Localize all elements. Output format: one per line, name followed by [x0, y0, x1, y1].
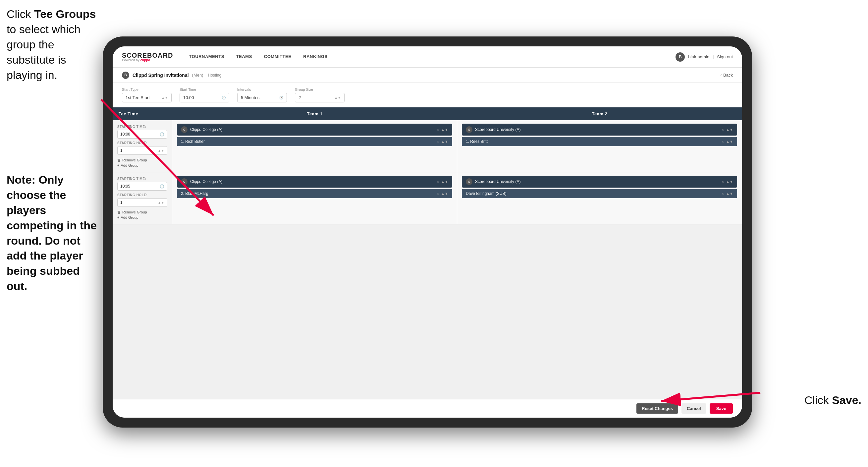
starting-hole-label-1: STARTING HOLE:: [117, 141, 167, 145]
add-icon-2: +: [117, 215, 119, 220]
tee-group-row-2: STARTING TIME: 10:05 🕐 STARTING HOLE: 1 …: [113, 172, 742, 224]
player2-entry-2[interactable]: Dave Billingham (SUB) × ▲▼: [462, 189, 737, 198]
team1-name-2: Clippd College (A): [190, 179, 434, 184]
intervals-input[interactable]: 5 Minutes 🕐: [237, 93, 287, 103]
nav-rankings[interactable]: RANKINGS: [297, 47, 333, 68]
sub-header-left: B Clippd Spring Invitational (Men) Hosti…: [122, 71, 720, 79]
tee-time-col-1: STARTING TIME: 10:00 🕐 STARTING HOLE: 1 …: [113, 120, 172, 172]
nav-committee[interactable]: COMMITTEE: [258, 47, 298, 68]
team1-icon-1: C: [181, 126, 187, 133]
reset-changes-button[interactable]: Reset Changes: [637, 403, 678, 414]
intervals-clock-icon: 🕐: [279, 96, 283, 99]
team2-actions-1: × ▲▼: [722, 127, 733, 132]
header-team2: Team 2: [457, 107, 742, 120]
starting-hole-input-1[interactable]: 1 ▲▼: [117, 146, 167, 155]
sub-badge: B: [122, 71, 129, 79]
tablet-screen: SCOREBOARD Powered by clippd TOURNAMENTS…: [113, 47, 742, 418]
player2-arrow-icon[interactable]: ▲▼: [726, 140, 733, 144]
player1-actions-2: × ▲▼: [437, 192, 448, 196]
team2-cell-2: S Scoreboard University (A) × ▲▼ Dave Bi…: [457, 172, 742, 224]
instruction-tee-groups-bold: Tee Groups: [34, 8, 96, 20]
nav-teams[interactable]: TEAMS: [230, 47, 258, 68]
nav-user: B blair admin | Sign out: [676, 52, 733, 62]
player2-close-icon-2[interactable]: ×: [722, 192, 724, 196]
team2-actions-2: × ▲▼: [722, 180, 733, 184]
avatar: B: [676, 52, 685, 62]
instruction-top: Click Tee Groups to select which group t…: [7, 7, 103, 83]
click-save-label: Click Save.: [804, 394, 861, 407]
header-team1: Team 1: [172, 107, 457, 120]
footer-bar: Reset Changes Cancel Save: [113, 399, 742, 418]
intervals-label: Intervals: [237, 88, 287, 91]
starting-time-input-2[interactable]: 10:05 🕐: [117, 182, 167, 191]
remove-group-btn-2[interactable]: 🗑 Remove Group: [117, 210, 167, 214]
tee-actions-1: 🗑 Remove Group + Add Group: [117, 158, 167, 167]
team2-icon-1: S: [466, 126, 472, 133]
cancel-button[interactable]: Cancel: [681, 403, 706, 414]
start-time-input[interactable]: 10:00 🕐: [180, 93, 229, 103]
team1-icon-2: C: [181, 178, 187, 185]
player2-actions-2: × ▲▼: [722, 192, 733, 196]
team1-arrow-icon-1[interactable]: ▲▼: [441, 127, 448, 132]
remove-group-btn-1[interactable]: 🗑 Remove Group: [117, 158, 167, 162]
start-time-field: Start Time 10:00 🕐: [180, 88, 229, 103]
starting-time-label-1: STARTING TIME:: [117, 125, 167, 128]
back-chevron: ‹: [720, 72, 722, 78]
team2-entry-2[interactable]: S Scoreboard University (A) × ▲▼: [462, 176, 737, 187]
time-icon-2: 🕐: [160, 184, 164, 188]
team2-close-icon-2[interactable]: ×: [722, 180, 724, 184]
tee-table-header: Tee Time Team 1 Team 2: [113, 107, 742, 120]
player1-entry-1[interactable]: 1. Rich Butler × ▲▼: [177, 137, 452, 146]
remove-icon-2: 🗑: [117, 210, 121, 214]
team1-entry-1[interactable]: C Clippd College (A) × ▲▼: [177, 124, 452, 136]
player1-arrow-icon[interactable]: ▲▼: [441, 140, 448, 144]
player2-close-icon[interactable]: ×: [722, 140, 724, 144]
add-group-btn-1[interactable]: + Add Group: [117, 164, 167, 167]
player1-close-icon-2[interactable]: ×: [437, 192, 439, 196]
player1-entry-2[interactable]: 2. Blair McHarg × ▲▼: [177, 189, 452, 198]
start-type-field: Start Type 1st Tee Start ▲▼: [122, 88, 172, 103]
nav-tournaments[interactable]: TOURNAMENTS: [183, 47, 230, 68]
tournament-name: Clippd Spring Invitational: [132, 72, 189, 78]
settings-bar: Start Type 1st Tee Start ▲▼ Start Time 1…: [113, 83, 742, 107]
group-size-input[interactable]: 2 ▲▼: [295, 93, 345, 103]
team2-arrow-icon-2[interactable]: ▲▼: [726, 180, 733, 184]
tablet-shell: SCOREBOARD Powered by clippd TOURNAMENTS…: [103, 36, 752, 428]
start-time-clock-icon: 🕐: [222, 96, 226, 99]
add-icon-1: +: [117, 164, 119, 167]
start-type-arrow-icon: ▲▼: [161, 96, 168, 99]
tee-actions-2: 🗑 Remove Group + Add Group: [117, 210, 167, 220]
team2-name-1: Scoreboard University (A): [475, 127, 719, 132]
group-size-field: Group Size 2 ▲▼: [295, 88, 345, 103]
team1-close-icon-1[interactable]: ×: [437, 127, 439, 132]
team2-arrow-icon-1[interactable]: ▲▼: [726, 127, 733, 132]
start-type-input[interactable]: 1st Tee Start ▲▼: [122, 93, 172, 103]
back-button[interactable]: ‹ Back: [720, 72, 733, 78]
team1-close-icon-2[interactable]: ×: [437, 180, 439, 184]
starting-hole-input-2[interactable]: 1 ▲▼: [117, 198, 167, 207]
tee-time-col-2: STARTING TIME: 10:05 🕐 STARTING HOLE: 1 …: [113, 172, 172, 224]
group-size-arrow-icon: ▲▼: [334, 96, 341, 99]
save-button[interactable]: Save: [710, 403, 733, 414]
player2-entry-1[interactable]: 1. Rees Britt × ▲▼: [462, 137, 737, 146]
team2-icon-2: S: [466, 178, 472, 185]
starting-time-input-1[interactable]: 10:00 🕐: [117, 130, 167, 139]
player1-close-icon[interactable]: ×: [437, 140, 439, 144]
sign-out-link[interactable]: Sign out: [717, 54, 733, 59]
add-group-btn-2[interactable]: + Add Group: [117, 215, 167, 220]
instruction-note: Note: Only choose the players competing …: [7, 172, 99, 294]
player2-actions-1: × ▲▼: [722, 140, 733, 144]
player2-arrow-icon-2[interactable]: ▲▼: [726, 192, 733, 196]
time-icon-1: 🕐: [160, 132, 164, 137]
team2-entry-1[interactable]: S Scoreboard University (A) × ▲▼: [462, 124, 737, 136]
team1-entry-2[interactable]: C Clippd College (A) × ▲▼: [177, 176, 452, 187]
logo-powered: Powered by clippd: [122, 59, 173, 62]
team1-arrow-icon-2[interactable]: ▲▼: [441, 180, 448, 184]
team1-name-1: Clippd College (A): [190, 127, 434, 132]
player1-arrow-icon-2[interactable]: ▲▼: [441, 192, 448, 196]
team1-cell-1: C Clippd College (A) × ▲▼ 1. Rich Butler…: [172, 120, 457, 172]
team2-close-icon-1[interactable]: ×: [722, 127, 724, 132]
sub-header: B Clippd Spring Invitational (Men) Hosti…: [113, 68, 742, 83]
team1-actions-1: × ▲▼: [437, 127, 448, 132]
nav-items: TOURNAMENTS TEAMS COMMITTEE RANKINGS: [183, 47, 676, 68]
